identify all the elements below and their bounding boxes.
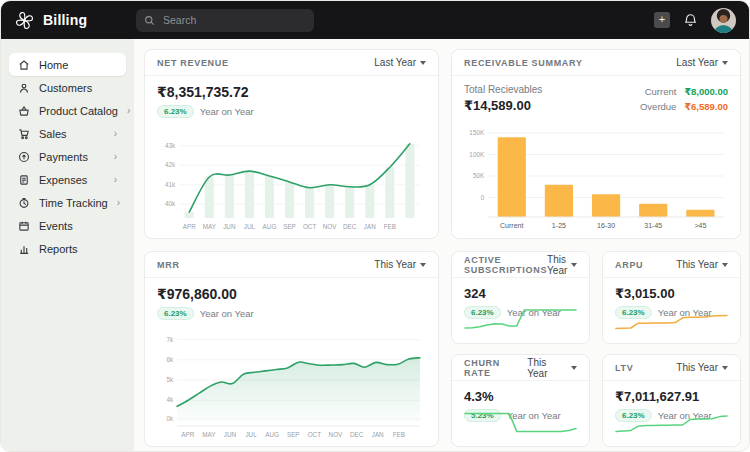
svg-text:40k: 40k <box>165 200 176 207</box>
period-dropdown[interactable]: This Year <box>676 362 728 373</box>
receivable-aging-chart: 150K100K50K0Current1-2516-3031-45>45 <box>462 128 730 232</box>
period-dropdown[interactable]: Last Year <box>676 57 728 68</box>
arpu-card: ARPU This Year ₹3,015.00 6.23% Year on Y… <box>602 251 741 344</box>
svg-text:MAY: MAY <box>202 431 216 438</box>
svg-text:JUL: JUL <box>245 431 257 438</box>
topbar-actions: + <box>654 8 736 33</box>
sales-cart-icon <box>18 128 30 140</box>
sidebar-item-product-catalog[interactable]: Product Catalog › <box>9 100 126 122</box>
card-title: MRR <box>157 260 180 270</box>
svg-text:7k: 7k <box>166 336 174 343</box>
user-avatar[interactable] <box>711 8 736 33</box>
reports-icon <box>18 243 30 255</box>
svg-text:SEP: SEP <box>283 223 296 230</box>
svg-text:DEC: DEC <box>343 223 357 230</box>
app-title: Billing <box>43 12 87 28</box>
card-title: CHURN RATE <box>464 358 527 378</box>
card-body: ₹976,860.00 6.23% Year on Year <box>145 278 438 320</box>
sidebar-item-label: Home <box>39 59 68 71</box>
svg-text:0: 0 <box>481 194 485 201</box>
chevron-down-icon <box>420 61 426 65</box>
svg-text:APR: APR <box>183 223 196 230</box>
svg-text:16-30: 16-30 <box>597 222 615 229</box>
net-revenue-value: ₹8,351,735.72 <box>157 84 426 100</box>
period-dropdown[interactable]: This Year <box>547 254 577 276</box>
chevron-right-icon: › <box>114 152 117 162</box>
svg-text:43k: 43k <box>165 142 176 149</box>
sidebar-item-home[interactable]: Home <box>9 53 126 76</box>
chevron-down-icon <box>722 263 728 267</box>
svg-text:SEP: SEP <box>287 431 300 438</box>
period-dropdown[interactable]: This Year <box>374 259 426 270</box>
svg-text:APR: APR <box>181 431 194 438</box>
payments-icon <box>18 151 30 163</box>
chevron-down-icon <box>571 263 577 267</box>
overdue-value: ₹6,589.00 <box>684 99 728 114</box>
sidebar-item-label: Product Catalog <box>39 105 118 117</box>
mrr-card: MRR This Year ₹976,860.00 6.23% Year on … <box>144 251 439 447</box>
svg-text:Current: Current <box>500 222 524 229</box>
svg-text:>45: >45 <box>694 222 706 229</box>
card-header: ACTIVE SUBSCRIPTIONS This Year <box>452 252 589 278</box>
search-input[interactable] <box>161 13 306 27</box>
receivable-summary-card: RECEIVABLE SUMMARY Last Year Total Recie… <box>451 49 741 239</box>
churn-rate-value: 4.3% <box>464 389 577 404</box>
chevron-down-icon <box>722 366 728 370</box>
active-subscriptions-sparkline <box>463 302 578 336</box>
svg-text:JAN: JAN <box>364 223 376 230</box>
ltv-sparkline <box>614 405 729 439</box>
card-header: ARPU This Year <box>603 252 740 278</box>
svg-text:1-25: 1-25 <box>552 222 566 229</box>
sidebar-item-events[interactable]: Events <box>9 215 126 237</box>
card-body: ₹8,351,735.72 6.23% Year on Year <box>145 76 438 118</box>
ltv-value: ₹7,011,627.91 <box>615 389 728 404</box>
svg-text:50K: 50K <box>473 172 485 179</box>
quick-add-button[interactable]: + <box>654 12 670 28</box>
dashboard-main: NET REVENUE Last Year ₹8,351,735.72 6.23… <box>134 39 749 451</box>
sidebar-item-reports[interactable]: Reports <box>9 238 126 260</box>
svg-text:31-45: 31-45 <box>644 222 662 229</box>
sidebar-item-payments[interactable]: Payments › <box>9 146 126 168</box>
svg-text:100K: 100K <box>469 151 485 158</box>
svg-text:OCT: OCT <box>308 431 322 438</box>
sidebar-item-label: Expenses <box>39 174 87 186</box>
search-bar[interactable] <box>136 9 314 32</box>
product-catalog-icon <box>18 105 30 117</box>
topbar: Billing + <box>1 1 749 39</box>
sidebar-item-sales[interactable]: Sales › <box>9 123 126 145</box>
mrr-value: ₹976,860.00 <box>157 286 426 302</box>
chevron-down-icon <box>571 366 577 370</box>
card-title: LTV <box>615 363 633 373</box>
svg-text:AUG: AUG <box>265 431 279 438</box>
period-dropdown[interactable]: This Year <box>527 357 577 379</box>
svg-text:NOV: NOV <box>329 431 344 438</box>
receivable-totals: Total Recievables ₹14,589.00 Current₹8,0… <box>452 76 740 114</box>
sidebar: Home Customers Product Catalog › Sales ›… <box>1 39 134 451</box>
current-label: Current <box>645 84 677 99</box>
period-dropdown[interactable]: This Year <box>676 259 728 270</box>
sidebar-item-customers[interactable]: Customers <box>9 77 126 99</box>
sidebar-item-expenses[interactable]: Expenses › <box>9 169 126 191</box>
svg-text:0k: 0k <box>166 415 174 422</box>
sidebar-item-label: Sales <box>39 128 67 140</box>
chevron-right-icon: › <box>127 106 130 116</box>
svg-text:5k: 5k <box>166 376 174 383</box>
svg-text:MAY: MAY <box>203 223 217 230</box>
svg-text:150K: 150K <box>469 129 485 136</box>
card-title: ARPU <box>615 260 643 270</box>
chevron-right-icon: › <box>117 198 120 208</box>
net-revenue-card: NET REVENUE Last Year ₹8,351,735.72 6.23… <box>144 49 439 239</box>
period-dropdown[interactable]: Last Year <box>374 57 426 68</box>
badge-caption: Year on Year <box>200 308 254 319</box>
sidebar-item-time-tracking[interactable]: Time Tracking › <box>9 192 126 214</box>
active-subscriptions-card: ACTIVE SUBSCRIPTIONS This Year 324 6.23%… <box>451 251 590 344</box>
svg-text:OCT: OCT <box>303 223 317 230</box>
net-revenue-chart: 43k42k41k40kAPRMAYJUNJULAUGSEPOCTNOVDECJ… <box>155 130 428 232</box>
notifications-bell-icon[interactable] <box>683 13 698 28</box>
svg-text:JUN: JUN <box>224 431 237 438</box>
expenses-icon <box>18 174 30 186</box>
total-receivables-label: Total Recievables <box>464 84 542 95</box>
events-icon <box>18 220 30 232</box>
billing-app-window: Billing + Home <box>0 0 750 452</box>
card-header: RECEIVABLE SUMMARY Last Year <box>452 50 740 76</box>
